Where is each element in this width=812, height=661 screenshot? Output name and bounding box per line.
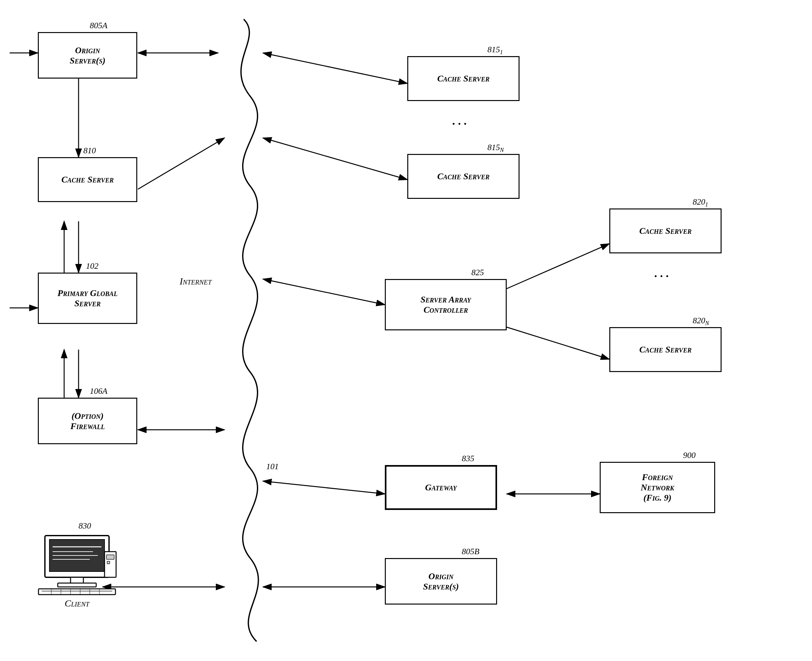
svg-rect-29 [38, 589, 115, 595]
label-815-n: 815N [487, 143, 504, 153]
svg-rect-28 [58, 583, 96, 587]
label-810: 810 [83, 146, 96, 156]
svg-line-12 [263, 53, 407, 83]
label-900: 900 [683, 450, 696, 460]
box-cache-810: Cache Server [38, 157, 137, 202]
box-origin-b: OriginServer(s) [385, 558, 497, 605]
dots-815: · · · [452, 117, 467, 131]
label-830: 830 [78, 521, 91, 531]
svg-line-15 [507, 244, 609, 289]
box-server-array: Server ArrayController [385, 279, 507, 330]
svg-line-14 [263, 279, 385, 305]
diagram: Internet 101 OriginServer(s) 805A Cache … [0, 0, 812, 661]
client-label: Client [19, 598, 135, 609]
label-825: 825 [471, 268, 484, 278]
label-820-1: 8201 [693, 197, 708, 208]
label-815-1: 8151 [487, 45, 503, 56]
svg-rect-38 [107, 555, 114, 559]
svg-line-11 [138, 138, 225, 189]
client-area: 830 Client [19, 532, 135, 609]
label-820-n: 820N [693, 316, 709, 327]
svg-line-16 [507, 327, 609, 359]
label-805a: 805A [90, 21, 107, 30]
box-cache-820-n: Cache Server [609, 327, 721, 372]
dots-820: · · · [654, 270, 668, 283]
box-cache-820-1: Cache Server [609, 209, 721, 253]
box-cache-815-1: Cache Server [407, 56, 520, 101]
box-primary: Primary GlobalServer [38, 273, 137, 324]
svg-line-17 [263, 481, 385, 494]
box-firewall: (Option)Firewall [38, 398, 137, 444]
box-cache-815-n: Cache Server [407, 154, 520, 199]
internet-label: Internet [180, 276, 212, 287]
box-gateway: Gateway [385, 465, 497, 510]
label-805b: 805B [462, 547, 479, 556]
svg-rect-39 [107, 561, 110, 564]
box-foreign: ForeignNetwork(Fig. 9) [600, 462, 715, 513]
label-106a: 106A [90, 386, 107, 396]
internet-id-label: 101 [266, 462, 279, 471]
label-102: 102 [86, 261, 99, 271]
box-origin-a: OriginServer(s) [38, 32, 137, 78]
svg-line-13 [263, 138, 407, 180]
label-835: 835 [462, 454, 474, 463]
